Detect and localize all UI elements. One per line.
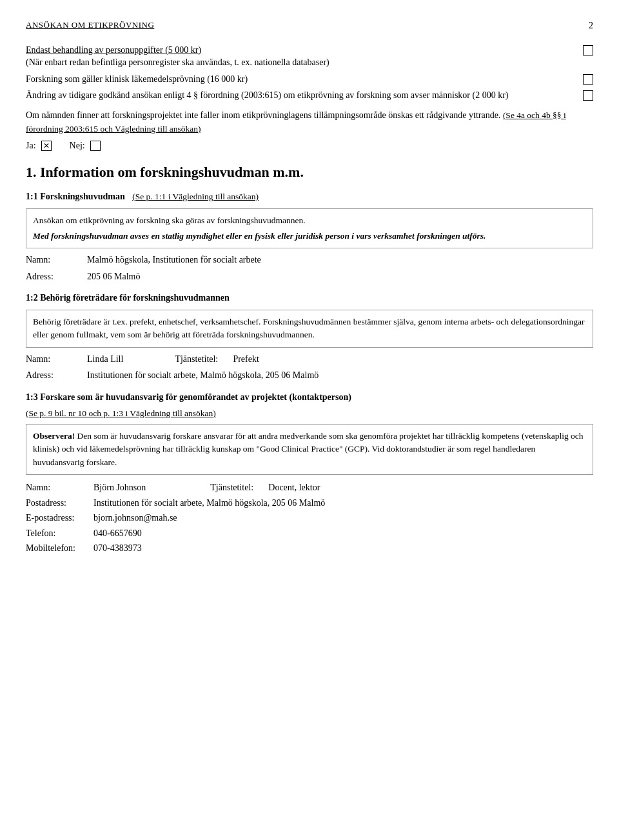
- 1-1-adress-row: Adress: 205 06 Malmö: [26, 270, 593, 283]
- 1-1-namn-value: Malmö högskola, Institutionen för social…: [87, 254, 261, 266]
- 1-3-contact-section: Namn: Björn Johnson Tjänstetitel: Docent…: [26, 481, 593, 555]
- subsection-1-3-title: 1:3 Forskare som är huvudansvarig för ge…: [26, 392, 351, 402]
- checkbox-text-2: Forskning som gäller klinisk läkemedelsp…: [26, 73, 583, 86]
- cb2-line1: Forskning som gäller klinisk läkemedelsp…: [26, 74, 248, 84]
- 1-3-epost-row: E-postadress: bjorn.johnson@mah.se: [26, 512, 593, 525]
- 1-3-mobil-label: Mobiltelefon:: [26, 542, 93, 555]
- subsection-1-2-infobox: Behörig företrädare är t.ex. prefekt, en…: [26, 310, 593, 348]
- nej-label: Nej:: [70, 139, 85, 152]
- 1-3-telefon-value: 040-6657690: [93, 527, 142, 540]
- 1-3-name-tjanst-row: Namn: Björn Johnson Tjänstetitel: Docent…: [26, 481, 593, 494]
- ja-label: Ja:: [26, 139, 36, 152]
- info-1-3-text: Observera! Den som är huvudansvarig fors…: [33, 430, 586, 469]
- ja-checkbox[interactable]: ✕: [41, 141, 52, 151]
- checkbox-3[interactable]: [583, 90, 593, 101]
- checkbox-row-3: Ändring av tidigare godkänd ansökan enli…: [26, 89, 593, 102]
- checkbox-2[interactable]: [583, 74, 593, 85]
- info-1-2-text: Behörig företrädare är t.ex. prefekt, en…: [33, 315, 586, 342]
- page-header: ANSÖKAN OM ETIKPRÖVNING 2: [26, 19, 593, 32]
- 1-1-namn-label: Namn:: [26, 254, 87, 266]
- info-1-1-text1: Ansökan om etikprövning av forskning ska…: [33, 214, 586, 227]
- subsection-1-1-ref[interactable]: (Se p. 1:1 i Vägledning till ansökan): [132, 192, 259, 201]
- checkbox-row-2: Forskning som gäller klinisk läkemedelsp…: [26, 73, 593, 86]
- cb1-line1: Endast behandling av personuppgifter (5 …: [26, 45, 201, 55]
- 1-3-mobil-value: 070-4383973: [93, 542, 142, 555]
- 1-3-tjanst-label: Tjänstetitel:: [210, 481, 268, 494]
- 1-2-name-tjanst-row: Namn: Linda Lill Tjänstetitel: Prefekt: [26, 353, 593, 366]
- cb1-line2: (När enbart redan befintliga personregis…: [26, 57, 329, 67]
- 1-3-epost-label: E-postadress:: [26, 512, 93, 525]
- 1-3-tjanst-value: Docent, lektor: [268, 481, 320, 494]
- subsection-1-1-heading: 1:1 Forskningshuvudman (Se p. 1:1 i Vägl…: [26, 190, 593, 203]
- advisory-text: Om nämnden finner att forskningsprojekte…: [26, 108, 593, 136]
- 1-3-telefon-row: Telefon: 040-6657690: [26, 527, 593, 540]
- ja-nej-row: Ja: ✕ Nej:: [26, 139, 593, 152]
- subsection-1-3-infobox: Observera! Den som är huvudansvarig fors…: [26, 424, 593, 475]
- info-1-1-text2: Med forskningshuvudman avses en statlig …: [33, 230, 586, 243]
- 1-1-adress-label: Adress:: [26, 270, 87, 283]
- subsection-1-2-heading: 1:2 Behörig företrädare för forskningshu…: [26, 292, 593, 305]
- nej-checkbox[interactable]: [90, 141, 101, 151]
- section1-heading: 1. Information om forskningshuvudman m.m…: [26, 163, 593, 183]
- 1-3-telefon-label: Telefon:: [26, 527, 93, 540]
- subsection-1-3-ref: (Se p. 9 bil. nr 10 och p. 1:3 i Vägledn…: [26, 407, 593, 420]
- 1-2-adress-row: Adress: Institutionen för socialt arbete…: [26, 369, 593, 382]
- advisory-section: Om nämnden finner att forskningsprojekte…: [26, 108, 593, 152]
- 1-1-namn-row: Namn: Malmö högskola, Institutionen för …: [26, 254, 593, 266]
- checkbox-1[interactable]: [583, 45, 593, 55]
- checkbox-section: Endast behandling av personuppgifter (5 …: [26, 44, 593, 102]
- 1-3-epost-value: bjorn.johnson@mah.se: [93, 512, 177, 525]
- page-title: ANSÖKAN OM ETIKPRÖVNING: [26, 19, 154, 31]
- 1-3-namn-label: Namn:: [26, 481, 93, 494]
- subsection-1-3-heading: 1:3 Forskare som är huvudansvarig för ge…: [26, 391, 593, 404]
- 1-2-adress-label: Adress:: [26, 369, 87, 382]
- 1-3-namn-value: Björn Johnson: [93, 481, 146, 494]
- subsection-1-1-title: 1:1 Forskningshuvudman: [26, 192, 125, 201]
- subsection-1-2-title: 1:2 Behörig företrädare för forskningshu…: [26, 293, 230, 303]
- 1-3-postadress-value: Institutionen för socialt arbete, Malmö …: [93, 497, 325, 510]
- checkbox-text-3: Ändring av tidigare godkänd ansökan enli…: [26, 89, 583, 102]
- 1-2-adress-value: Institutionen för socialt arbete, Malmö …: [87, 369, 319, 382]
- 1-3-mobil-row: Mobiltelefon: 070-4383973: [26, 542, 593, 555]
- page-number: 2: [589, 19, 593, 32]
- 1-3-postadress-label: Postadress:: [26, 497, 93, 510]
- 1-1-adress-value: 205 06 Malmö: [87, 270, 140, 283]
- cb3-line1: Ändring av tidigare godkänd ansökan enli…: [26, 90, 508, 100]
- checkbox-text-1: Endast behandling av personuppgifter (5 …: [26, 44, 583, 69]
- 1-3-postadress-row: Postadress: Institutionen för socialt ar…: [26, 497, 593, 510]
- checkbox-row-1: Endast behandling av personuppgifter (5 …: [26, 44, 593, 69]
- subsection-1-1-infobox: Ansökan om etikprövning av forskning ska…: [26, 208, 593, 249]
